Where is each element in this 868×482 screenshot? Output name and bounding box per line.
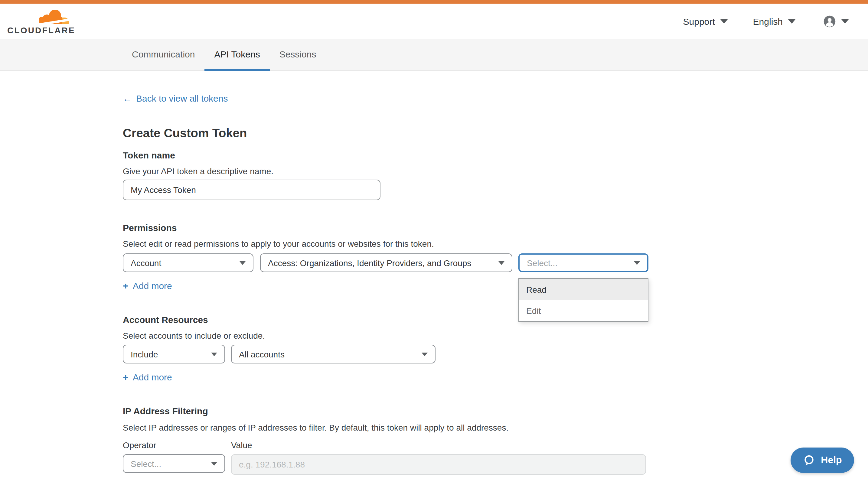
plus-icon: + <box>123 281 128 291</box>
token-name-description: Give your API token a descriptive name. <box>123 166 273 176</box>
add-more-label: Add more <box>133 372 172 382</box>
account-mode-value: Include <box>131 349 206 359</box>
chevron-down-icon <box>720 19 728 23</box>
permissions-description: Select edit or read permissions to apply… <box>123 239 434 249</box>
token-name-input[interactable] <box>123 180 380 200</box>
account-scope-select[interactable]: All accounts <box>231 345 435 363</box>
support-menu[interactable]: Support <box>683 16 728 26</box>
ip-operator-select[interactable]: Select... <box>123 454 225 473</box>
permission-scope-value: Account <box>131 258 235 268</box>
language-menu[interactable]: English <box>753 16 796 26</box>
chevron-down-icon <box>211 462 217 465</box>
add-more-label: Add more <box>133 281 172 291</box>
plus-icon: + <box>123 372 128 382</box>
tabs: Communication API Tokens Sessions <box>122 39 326 71</box>
back-arrow-icon: ← <box>123 93 132 103</box>
chevron-down-icon <box>841 19 849 23</box>
operator-label: Operator <box>123 440 156 450</box>
help-button[interactable]: Help <box>790 448 854 473</box>
account-menu[interactable] <box>823 15 849 28</box>
tab-communication[interactable]: Communication <box>122 39 205 71</box>
chevron-down-icon <box>498 261 504 265</box>
permission-level-menu: Read Edit <box>518 278 648 322</box>
permission-level-select[interactable]: Select... <box>518 253 648 272</box>
cloudflare-wordmark: CLOUDFLARE <box>7 25 70 35</box>
menu-option-edit[interactable]: Edit <box>519 300 648 321</box>
permission-level-placeholder: Select... <box>527 258 629 268</box>
tab-api-tokens[interactable]: API Tokens <box>205 39 270 71</box>
permissions-add-more-link[interactable]: + Add more <box>123 281 172 291</box>
chevron-down-icon <box>788 19 796 23</box>
permissions-heading: Permissions <box>123 223 177 233</box>
permission-scope-select[interactable]: Account <box>123 253 253 272</box>
user-avatar-icon <box>823 15 836 28</box>
account-scope-value: All accounts <box>239 349 417 359</box>
page: CLOUDFLARE Support English C <box>0 0 868 482</box>
header-controls: Support English <box>683 4 849 39</box>
account-resources-description: Select accounts to include or exclude. <box>123 331 265 341</box>
permission-resource-value: Access: Organizations, Identity Provider… <box>268 258 494 268</box>
chevron-down-icon <box>240 261 246 265</box>
tab-sessions[interactable]: Sessions <box>270 39 326 71</box>
cloudflare-logo: CLOUDFLARE <box>7 8 70 35</box>
chevron-down-icon <box>422 352 428 356</box>
support-label: Support <box>683 16 715 26</box>
menu-option-read[interactable]: Read <box>519 279 648 300</box>
account-mode-select[interactable]: Include <box>123 345 225 363</box>
back-link-label: Back to view all tokens <box>136 93 228 103</box>
chevron-down-icon <box>634 261 640 265</box>
brand-top-bar <box>0 0 868 4</box>
token-name-heading: Token name <box>123 150 175 160</box>
permission-resource-select[interactable]: Access: Organizations, Identity Provider… <box>260 253 512 272</box>
tab-bar: Communication API Tokens Sessions <box>0 39 868 71</box>
main-content: ← Back to view all tokens Create Custom … <box>123 71 788 482</box>
language-label: English <box>753 16 783 26</box>
back-link[interactable]: ← Back to view all tokens <box>123 93 228 103</box>
header: CLOUDFLARE Support English <box>0 4 868 39</box>
ip-value-input[interactable] <box>231 454 646 475</box>
chevron-down-icon <box>211 352 217 356</box>
account-resources-add-more-link[interactable]: + Add more <box>123 372 172 382</box>
cloudflare-cloud-icon <box>39 8 70 25</box>
page-title: Create Custom Token <box>123 126 247 140</box>
chat-bubble-icon <box>803 454 815 467</box>
ip-filtering-heading: IP Address Filtering <box>123 406 208 416</box>
ip-filtering-description: Select IP addresses or ranges of IP addr… <box>123 423 508 432</box>
help-button-label: Help <box>821 455 842 466</box>
ip-operator-placeholder: Select... <box>131 459 206 469</box>
value-label: Value <box>231 440 252 450</box>
account-resources-heading: Account Resources <box>123 315 208 325</box>
